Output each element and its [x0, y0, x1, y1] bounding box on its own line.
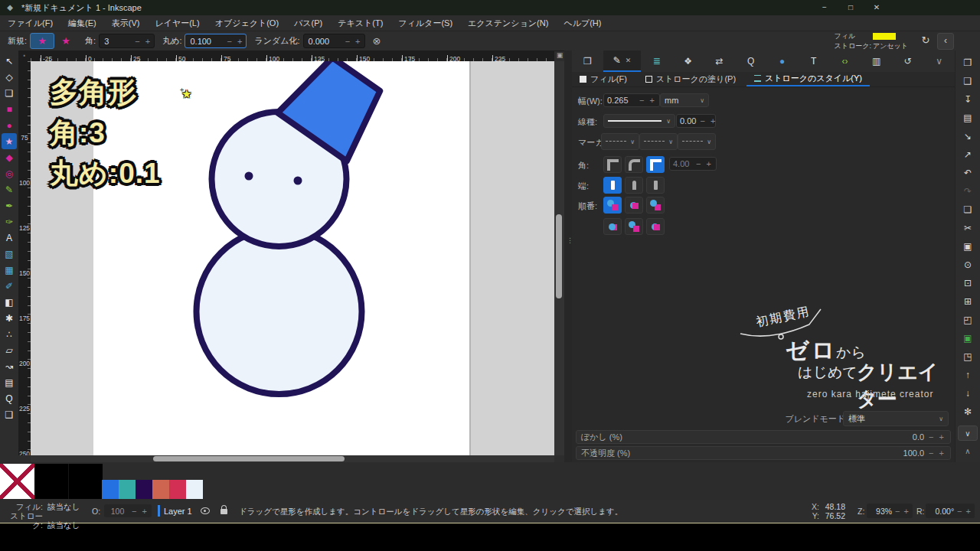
- palette-swatch-black[interactable]: [34, 464, 68, 499]
- rotation-spinner[interactable]: − +: [957, 507, 972, 516]
- calligraphy-tool-icon[interactable]: ✑: [2, 214, 17, 230]
- import-icon[interactable]: ↘: [959, 127, 977, 145]
- cut-icon[interactable]: ✂: [959, 219, 977, 237]
- vertical-scrollbar-thumb[interactable]: [556, 214, 562, 298]
- cap-square-button[interactable]: [646, 177, 665, 194]
- fill-color-chip[interactable]: [873, 33, 896, 40]
- opacity-spinner[interactable]: − +: [929, 448, 946, 458]
- object-opacity-field[interactable]: 100 − +: [104, 504, 152, 517]
- star-tool-icon[interactable]: ★: [2, 133, 17, 149]
- zoom-drawing-icon[interactable]: ⊙: [959, 256, 977, 274]
- node-tool-icon[interactable]: ◇: [2, 69, 17, 85]
- ruler-lock-icon[interactable]: ▪: [18, 51, 31, 61]
- undo-history-tab-icon[interactable]: ↺: [892, 51, 923, 72]
- rectangle-tool-icon[interactable]: ■: [2, 101, 17, 117]
- new-document-icon[interactable]: ❐: [959, 54, 977, 72]
- join-round-button[interactable]: [625, 156, 643, 173]
- palette-swatch-salmon[interactable]: [152, 480, 169, 499]
- marker-end-dropdown[interactable]: ∨: [678, 133, 716, 150]
- save-document-icon[interactable]: ↧: [959, 90, 977, 109]
- palette-swatch-lightblue[interactable]: [186, 480, 203, 499]
- corners-spinner[interactable]: − +: [135, 37, 152, 46]
- horizontal-scrollbar[interactable]: [31, 455, 554, 462]
- align-distribute-tab-icon[interactable]: ▥: [861, 51, 892, 72]
- group-icon[interactable]: ▣: [959, 329, 977, 347]
- vertical-scrollbar[interactable]: [554, 61, 564, 455]
- rounded-spinner[interactable]: − +: [227, 37, 244, 46]
- tab-close-icon[interactable]: ✕: [626, 57, 632, 64]
- dash-pattern-dropdown[interactable]: ∨: [603, 114, 675, 128]
- pages-tool-icon[interactable]: ❑: [2, 406, 17, 422]
- zoom-field[interactable]: 93% − +: [867, 504, 913, 518]
- randomized-field[interactable]: 0.000 − +: [303, 34, 365, 48]
- horizontal-scrollbar-thumb[interactable]: [153, 456, 345, 461]
- rotation-field[interactable]: 0.00° − +: [926, 504, 975, 518]
- raise-icon[interactable]: ↑: [959, 366, 977, 384]
- paint-order-1-button[interactable]: [603, 197, 622, 214]
- blur-slider[interactable]: ぼかし (%) 0.0 − +: [576, 430, 951, 444]
- vertical-ruler[interactable]: 75100125150175200225250275: [18, 61, 31, 455]
- join-miter-button[interactable]: [603, 156, 622, 173]
- pencil-tool-icon[interactable]: ✎: [2, 181, 17, 197]
- page-tool-icon[interactable]: ▤: [2, 374, 17, 390]
- spiral-tool-icon[interactable]: ◎: [2, 165, 17, 181]
- preferences-icon[interactable]: ✻: [959, 403, 977, 421]
- maximize-button[interactable]: □: [838, 0, 864, 15]
- layers-tab-icon[interactable]: ≣: [641, 51, 672, 72]
- dropper-tool-icon[interactable]: ✐: [2, 278, 17, 294]
- command-bar-up-icon[interactable]: ∧: [965, 447, 970, 455]
- menu-item[interactable]: レイヤー(L): [147, 15, 207, 31]
- paint-order-3-button[interactable]: [646, 197, 665, 214]
- canvas-corner-button[interactable]: ▣: [555, 51, 564, 60]
- xml-editor-tab-icon[interactable]: ‹›: [829, 51, 861, 72]
- objects-tab-icon[interactable]: ❖: [672, 51, 704, 72]
- join-bevel-button[interactable]: [646, 156, 665, 173]
- tweak-tool-icon[interactable]: ✱: [2, 310, 17, 326]
- menu-item[interactable]: オブジェクト(O): [207, 15, 286, 31]
- menu-item[interactable]: 編集(E): [60, 15, 104, 31]
- command-bar-more-button[interactable]: ∨: [958, 425, 978, 441]
- paint-order-5-button[interactable]: [625, 218, 643, 235]
- connector-tool-icon[interactable]: ↝: [2, 358, 17, 374]
- mesh-tool-icon[interactable]: ▦: [2, 262, 17, 278]
- box-3d-tool-icon[interactable]: ◆: [2, 149, 17, 165]
- menu-item[interactable]: エクステンション(N): [460, 15, 556, 31]
- paint-order-4-button[interactable]: [603, 218, 622, 235]
- palette-swatch-teal[interactable]: [119, 480, 136, 499]
- export-icon[interactable]: ↗: [959, 145, 977, 164]
- menu-item[interactable]: パス(P): [286, 15, 330, 31]
- print-icon[interactable]: ▤: [959, 109, 977, 127]
- stroke-width-spinner[interactable]: − +: [639, 96, 656, 105]
- horizontal-ruler[interactable]: -250255075100125150175200225250: [31, 51, 554, 61]
- menu-item[interactable]: テキスト(T): [330, 15, 390, 31]
- paint-order-6-button[interactable]: [646, 218, 665, 235]
- duplicate-icon[interactable]: ◰: [959, 311, 977, 329]
- close-button[interactable]: ✕: [864, 0, 890, 15]
- object-opacity-spinner[interactable]: − +: [132, 507, 149, 516]
- zoom-spinner[interactable]: − +: [895, 507, 910, 516]
- undo-icon[interactable]: ↶: [959, 164, 977, 182]
- menu-item[interactable]: ヘルプ(H): [556, 15, 609, 31]
- open-document-icon[interactable]: ❑: [959, 72, 977, 90]
- cap-round-button[interactable]: [625, 177, 643, 194]
- pen-tool-icon[interactable]: ✒: [2, 197, 17, 214]
- palette-swatch-crimson[interactable]: [169, 480, 186, 499]
- selector-tool-icon[interactable]: ↖: [2, 53, 17, 69]
- canvas-viewport[interactable]: 多角形 角:3 丸め:0.1 ＋ ★: [31, 61, 554, 455]
- palette-swatch-indigo[interactable]: [136, 480, 152, 499]
- miter-limit-field[interactable]: 4.00 − +: [669, 157, 717, 171]
- menu-item[interactable]: フィルター(S): [390, 15, 460, 31]
- randomized-spinner[interactable]: − +: [345, 37, 362, 46]
- spray-tool-icon[interactable]: ∴: [2, 326, 17, 342]
- zoom-selection-icon[interactable]: ⊞: [959, 292, 977, 311]
- fill-stroke-indicator[interactable]: フィル ストローク: アンセット: [834, 31, 909, 51]
- shape-builder-tool-icon[interactable]: ❏: [2, 85, 17, 101]
- stroke-width-field[interactable]: 0.265 − +: [603, 93, 660, 107]
- palette-swatch-black[interactable]: [68, 464, 103, 499]
- eraser-tool-icon[interactable]: ▱: [2, 342, 17, 358]
- cap-butt-button[interactable]: [603, 177, 622, 194]
- opacity-slider[interactable]: 不透明度 (%) 100.0 − +: [576, 446, 951, 460]
- fill-stroke-status[interactable]: フィル:該当なし ストローク:該当なし: [6, 502, 80, 530]
- minimize-button[interactable]: −: [812, 0, 838, 15]
- layer-lock-icon[interactable]: [220, 509, 227, 514]
